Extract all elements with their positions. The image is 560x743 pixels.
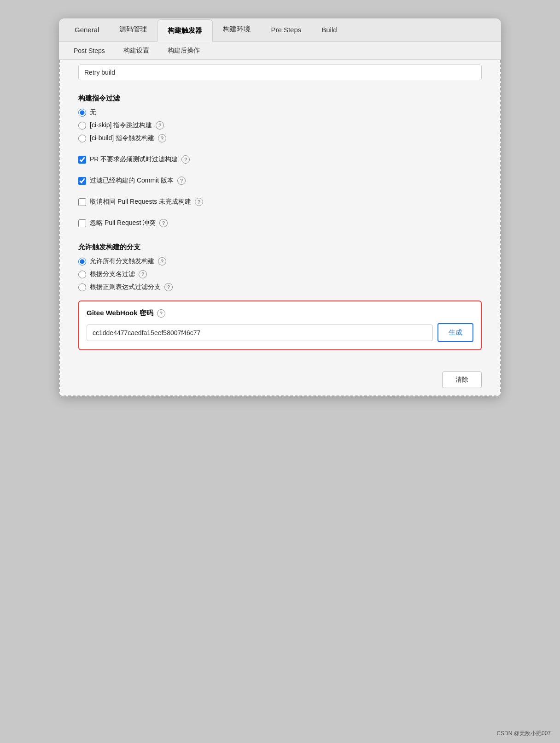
filter-by-name-help-icon[interactable]: ? <box>139 270 147 278</box>
tab-source[interactable]: 源码管理 <box>109 18 157 41</box>
checkbox-pr[interactable] <box>78 156 86 164</box>
footer: CSDN @无敌小肥007 <box>496 729 551 737</box>
radio-filter-by-regex-row: 根据正则表达式过滤分支 ? <box>78 283 482 291</box>
webhook-input-row: 生成 <box>87 323 473 342</box>
tab-bar-row1: General 源码管理 构建触发器 构建环境 Pre Steps Build <box>59 18 501 42</box>
generate-button[interactable]: 生成 <box>438 323 473 342</box>
radio-all-branches-row: 允许所有分支触发构建 ? <box>78 257 482 265</box>
webhook-section: Gitee WebHook 密码 ? 生成 <box>78 301 482 350</box>
retry-build-input[interactable] <box>78 65 482 80</box>
branch-section-title: 允许触发构建的分支 <box>78 243 482 252</box>
scroll-content: 构建指令过滤 无 [ci-skip] 指令跳过构建 ? [ci-build] 指… <box>60 60 500 364</box>
radio-ci-build-label: [ci-build] 指令触发构建 <box>90 134 154 142</box>
clear-button[interactable]: 清除 <box>442 372 482 388</box>
radio-none-row: 无 <box>78 108 482 117</box>
footer-text: CSDN @无敌小肥007 <box>496 730 551 737</box>
checkbox-pr-label: PR 不要求必须测试时过滤构建 <box>90 155 178 164</box>
radio-ci-build[interactable] <box>78 135 86 142</box>
tab-post-build[interactable]: 构建后操作 <box>158 42 209 59</box>
tab-pre-steps[interactable]: Pre Steps <box>261 19 311 41</box>
radio-all-branches[interactable] <box>78 258 86 265</box>
radio-ci-build-row: [ci-build] 指令触发构建 ? <box>78 134 482 142</box>
radio-filter-by-name-label: 根据分支名过滤 <box>90 270 135 278</box>
all-branches-help-icon[interactable]: ? <box>158 257 166 265</box>
radio-ci-skip-label: [ci-skip] 指令跳过构建 <box>90 121 152 130</box>
radio-ci-skip[interactable] <box>78 122 86 130</box>
radio-filter-by-name[interactable] <box>78 271 86 278</box>
retry-build-section <box>78 60 482 83</box>
tab-build-env[interactable]: 构建环境 <box>213 18 261 41</box>
checkbox-ignore-conflict[interactable] <box>78 219 86 227</box>
commit-help-icon[interactable]: ? <box>177 177 186 185</box>
radio-filter-by-regex[interactable] <box>78 283 86 291</box>
pr-help-icon[interactable]: ? <box>181 155 190 164</box>
build-filter-section: 构建指令过滤 无 [ci-skip] 指令跳过构建 ? [ci-build] 指… <box>78 94 482 142</box>
radio-none-label: 无 <box>90 108 96 117</box>
webhook-title-text: Gitee WebHook 密码 <box>87 309 153 318</box>
filter-by-regex-help-icon[interactable]: ? <box>164 283 173 291</box>
checkbox-pull-requests-row: 取消相同 Pull Requests 未完成构建 ? <box>78 198 482 206</box>
radio-filter-by-regex-label: 根据正则表达式过滤分支 <box>90 283 161 291</box>
tab-general[interactable]: General <box>64 19 109 41</box>
bottom-bar: 清除 <box>60 364 500 395</box>
ci-skip-help-icon[interactable]: ? <box>156 121 164 130</box>
webhook-help-icon[interactable]: ? <box>157 309 165 318</box>
radio-ci-skip-row: [ci-skip] 指令跳过构建 ? <box>78 121 482 130</box>
webhook-title: Gitee WebHook 密码 ? <box>87 309 473 318</box>
content-area: 构建指令过滤 无 [ci-skip] 指令跳过构建 ? [ci-build] 指… <box>59 60 501 396</box>
main-window: General 源码管理 构建触发器 构建环境 Pre Steps Build … <box>59 18 501 396</box>
checkbox-pull-requests[interactable] <box>78 198 86 206</box>
checkbox-pr-row: PR 不要求必须测试时过滤构建 ? <box>78 155 482 164</box>
tab-bar-row2: Post Steps 构建设置 构建后操作 <box>59 42 501 60</box>
radio-all-branches-label: 允许所有分支触发构建 <box>90 257 154 265</box>
radio-none[interactable] <box>78 109 86 117</box>
tab-build-trigger[interactable]: 构建触发器 <box>157 19 213 42</box>
webhook-input[interactable] <box>87 324 433 341</box>
build-filter-title: 构建指令过滤 <box>78 94 482 103</box>
checkbox-pull-requests-label: 取消相同 Pull Requests 未完成构建 <box>90 198 191 206</box>
ignore-conflict-help-icon[interactable]: ? <box>159 219 168 227</box>
pull-requests-help-icon[interactable]: ? <box>195 198 203 206</box>
checkbox-commit[interactable] <box>78 177 86 185</box>
checkbox-commit-label: 过滤已经构建的 Commit 版本 <box>90 177 174 185</box>
checkbox-ignore-conflict-row: 忽略 Pull Request 冲突 ? <box>78 219 482 227</box>
checkbox-ignore-conflict-label: 忽略 Pull Request 冲突 <box>90 219 156 227</box>
tab-build[interactable]: Build <box>311 19 347 41</box>
tab-build-settings[interactable]: 构建设置 <box>114 42 158 59</box>
ci-build-help-icon[interactable]: ? <box>158 134 166 142</box>
branch-section: 允许触发构建的分支 允许所有分支触发构建 ? 根据分支名过滤 ? 根据正则表达式… <box>78 243 482 291</box>
checkbox-commit-row: 过滤已经构建的 Commit 版本 ? <box>78 177 482 185</box>
tab-post-steps[interactable]: Post Steps <box>64 42 114 59</box>
radio-filter-by-name-row: 根据分支名过滤 ? <box>78 270 482 278</box>
